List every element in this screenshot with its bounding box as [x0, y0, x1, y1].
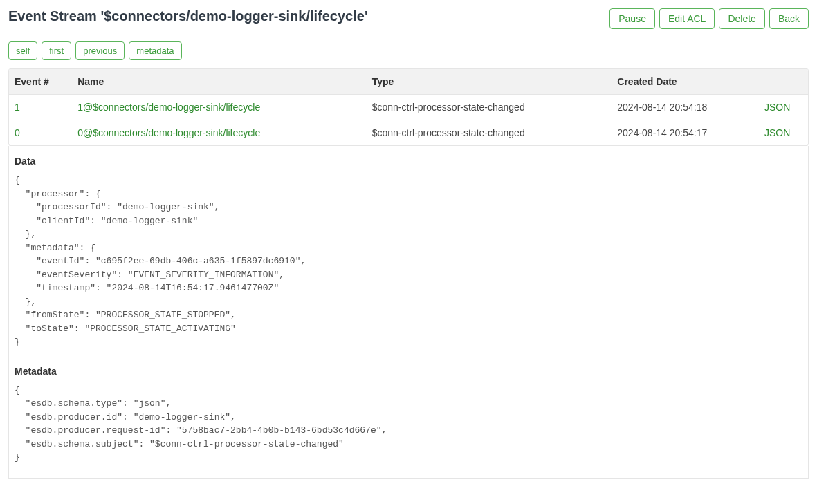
event-type: $conn-ctrl-processor-state-changed [367, 95, 612, 120]
nav-links: self first previous metadata [8, 41, 809, 60]
pause-button[interactable]: Pause [609, 8, 655, 29]
json-link[interactable]: JSON [764, 127, 790, 138]
data-heading: Data [15, 156, 802, 167]
back-button[interactable]: Back [769, 8, 809, 29]
data-body: { "processor": { "processorId": "demo-lo… [15, 174, 802, 349]
edit-acl-button[interactable]: Edit ACL [659, 8, 715, 29]
json-link[interactable]: JSON [764, 102, 790, 113]
event-number-link[interactable]: 0 [15, 127, 20, 138]
col-header-event-no: Event # [9, 69, 72, 95]
events-table-wrap: Event # Name Type Created Date 1 1@$conn… [8, 68, 809, 146]
event-created-date: 2024-08-14 20:54:18 [612, 95, 759, 120]
table-row: 0 0@$connectors/demo-logger-sink/lifecyc… [9, 120, 808, 146]
nav-first[interactable]: first [42, 41, 71, 60]
col-header-type: Type [367, 69, 612, 95]
event-number-link[interactable]: 1 [15, 102, 20, 113]
events-table: Event # Name Type Created Date 1 1@$conn… [9, 69, 808, 145]
nav-metadata[interactable]: metadata [129, 41, 181, 60]
col-header-name: Name [72, 69, 367, 95]
nav-previous[interactable]: previous [75, 41, 125, 60]
col-header-json [759, 69, 808, 95]
page-title: Event Stream '$connectors/demo-logger-si… [8, 8, 368, 24]
event-name-link[interactable]: 1@$connectors/demo-logger-sink/lifecycle [77, 102, 260, 113]
table-row: 1 1@$connectors/demo-logger-sink/lifecyc… [9, 95, 808, 120]
col-header-created-date: Created Date [612, 69, 759, 95]
event-type: $conn-ctrl-processor-state-changed [367, 120, 612, 146]
nav-self[interactable]: self [8, 41, 37, 60]
header-actions: Pause Edit ACL Delete Back [609, 8, 809, 29]
detail-panel: Data { "processor": { "processorId": "de… [8, 146, 809, 479]
delete-button[interactable]: Delete [719, 8, 764, 29]
metadata-body: { "esdb.schema.type": "json", "esdb.prod… [15, 384, 802, 465]
event-created-date: 2024-08-14 20:54:17 [612, 120, 759, 146]
metadata-heading: Metadata [15, 366, 802, 377]
event-name-link[interactable]: 0@$connectors/demo-logger-sink/lifecycle [77, 127, 260, 138]
